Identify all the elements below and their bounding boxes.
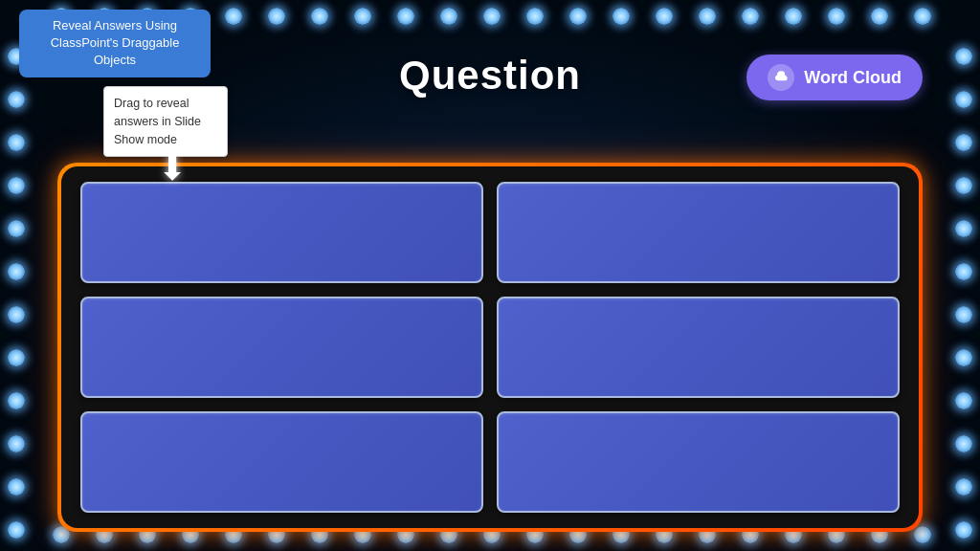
tooltip-text: Drag to reveal answers in Slide Show mod… bbox=[114, 97, 201, 146]
word-cloud-icon bbox=[768, 64, 794, 91]
answer-cell-3[interactable] bbox=[80, 297, 483, 398]
tooltip: Drag to reveal answers in Slide Show mod… bbox=[103, 86, 228, 157]
game-board bbox=[61, 166, 919, 528]
answer-cell-6[interactable] bbox=[497, 411, 900, 513]
top-banner: Reveal Answers Using ClassPoint's Dragga… bbox=[19, 10, 211, 77]
word-cloud-label: Word Cloud bbox=[804, 68, 902, 88]
word-cloud-button[interactable]: Word Cloud bbox=[746, 55, 923, 100]
question-title: Question bbox=[399, 53, 581, 99]
drag-arrow: ⬇ bbox=[158, 151, 187, 186]
answer-cell-1[interactable] bbox=[80, 182, 483, 283]
answer-cell-5[interactable] bbox=[80, 411, 483, 513]
answer-cell-4[interactable] bbox=[497, 297, 900, 398]
answer-cell-2[interactable] bbox=[497, 182, 900, 283]
game-board-wrapper bbox=[57, 163, 923, 532]
banner-text: Reveal Answers Using ClassPoint's Dragga… bbox=[51, 18, 180, 67]
